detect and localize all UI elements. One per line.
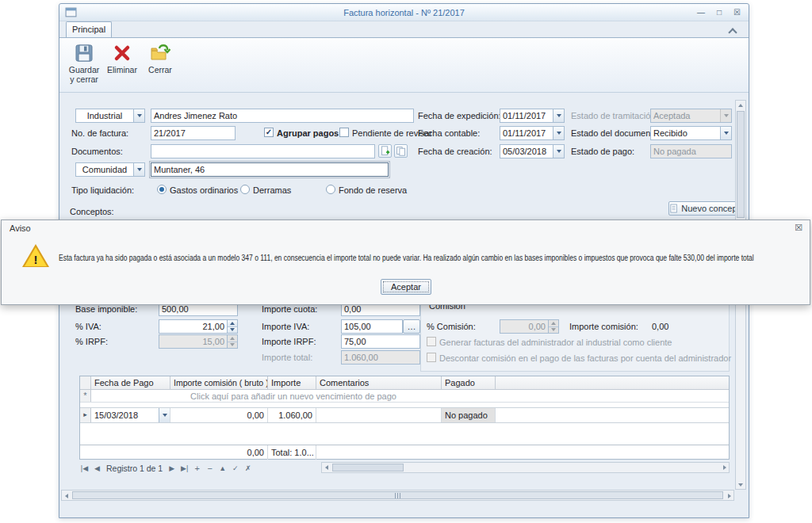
nav-last-button[interactable]: ▶| <box>179 463 190 474</box>
nav-append-button[interactable]: + <box>192 463 202 474</box>
irpf-pct-spin-buttons <box>227 335 237 348</box>
column-header-importe[interactable]: Importe <box>268 376 316 390</box>
dialog-title: Aviso <box>10 223 31 233</box>
window-title: Factura horizontal - Nº 21/2017 <box>59 8 749 17</box>
column-header-importe-comision[interactable]: Importe comisión ( bruto ) <box>170 376 268 390</box>
total-amount-label: Importe total: <box>262 353 312 362</box>
tab-principal[interactable]: Principal <box>66 21 112 37</box>
entity-type-dropdown-button[interactable] <box>133 109 144 122</box>
radio-fondo-reserva[interactable] <box>326 185 335 194</box>
grid-scroll-left-button[interactable] <box>322 463 331 472</box>
new-row-indicator: * <box>80 390 91 402</box>
collapse-ribbon-button[interactable] <box>726 25 739 36</box>
grid-scroll-right-button[interactable] <box>719 463 729 472</box>
column-header-fecha-de-pago[interactable]: Fecha de Pago <box>91 376 170 390</box>
issue-date-field[interactable]: 01/11/2017 <box>500 109 565 123</box>
discount-commission-label: Descontar comisión en el pago de las fac… <box>439 353 731 363</box>
delete-button[interactable]: Eliminar <box>104 41 140 90</box>
scroll-left-button[interactable] <box>62 491 71 501</box>
iva-pct-spin-buttons[interactable] <box>227 320 237 333</box>
grid-data-row[interactable]: ▸ 15/03/2018 0,00 1.060,00 No pagado <box>80 407 729 423</box>
iva-amount-field[interactable]: 105,00 <box>341 319 403 334</box>
save-and-close-label: Guardar y cerrar <box>66 65 102 84</box>
grid-horizontal-scrollbar[interactable] <box>321 462 730 473</box>
discount-commission-checkbox <box>427 353 436 362</box>
nav-first-button[interactable]: |◀ <box>79 463 90 474</box>
column-header-comentarios[interactable]: Comentarios <box>316 376 442 390</box>
dialog-close-icon[interactable]: ☒ <box>795 223 802 233</box>
group-payments-checkbox[interactable]: ✓ <box>264 128 274 137</box>
community-type-combo[interactable]: Comunidad <box>75 162 145 177</box>
base-amount-label: Base imponible: <box>75 304 137 314</box>
creation-date-field[interactable]: 05/03/2018 <box>500 144 565 158</box>
scroll-right-button[interactable] <box>724 491 733 501</box>
nav-edit-button[interactable]: ▲ <box>217 463 228 474</box>
close-invoice-button[interactable]: Cerrar <box>142 41 178 90</box>
attach-document-button[interactable] <box>378 144 392 158</box>
column-header-pagado[interactable]: Pagado <box>442 376 496 390</box>
settlement-type-label: Tipo liquidación: <box>71 185 134 195</box>
nav-commit-button[interactable]: ✓ <box>230 463 240 474</box>
scroll-up-button[interactable] <box>736 101 745 110</box>
entity-type-combo[interactable]: Industrial <box>75 109 145 123</box>
nav-delete-button[interactable]: − <box>205 463 215 474</box>
iva-pct-spinner[interactable]: 21,00 <box>159 319 238 334</box>
grid-footer: 0,00 Total: 1.0... <box>80 445 729 459</box>
group-payments-label[interactable]: Agrupar pagos <box>277 128 339 138</box>
pending-review-checkbox[interactable] <box>339 128 349 137</box>
radio-derramas[interactable] <box>240 185 250 194</box>
cell-importe[interactable]: 1.060,00 <box>268 408 316 422</box>
new-concept-icon <box>670 204 678 213</box>
radio-gastos-ordinarios[interactable] <box>157 185 167 194</box>
documents-field[interactable] <box>151 144 375 158</box>
new-row-hint[interactable]: Click aquí para añadir un nuevo vencimie… <box>91 391 496 401</box>
grid-new-row[interactable]: * Click aquí para añadir un nuevo vencim… <box>80 390 729 403</box>
horizontal-scrollbar-thumb[interactable] <box>72 491 723 499</box>
copy-document-button[interactable] <box>394 144 408 158</box>
maximize-button[interactable]: □ <box>717 7 722 17</box>
cell-comentarios[interactable] <box>316 408 442 422</box>
radio-fondo-reserva-label[interactable]: Fondo de reserva <box>339 185 407 195</box>
scroll-down-button[interactable] <box>736 479 745 489</box>
cell-fecha-dropdown-button[interactable] <box>159 408 170 422</box>
cell-comision[interactable]: 0,00 <box>170 408 268 422</box>
cell-fecha[interactable]: 15/03/2018 <box>91 408 170 422</box>
commission-amount-value: 0,00 <box>652 322 668 331</box>
horizontal-scrollbar[interactable] <box>61 490 734 501</box>
nav-prev-button[interactable]: ◀ <box>92 463 102 474</box>
cell-pagado[interactable]: No pagado <box>442 408 496 422</box>
entity-name-field[interactable]: Andres Jimenez Rato <box>151 109 414 123</box>
concepts-label: Conceptos: <box>70 207 114 216</box>
commission-amount-label: Importe comisión: <box>569 322 638 331</box>
add-document-icon <box>380 146 390 156</box>
save-and-close-button[interactable]: Guardar y cerrar <box>66 41 102 90</box>
irpf-amount-field[interactable]: 75,00 <box>341 334 420 349</box>
nav-cancel-button[interactable]: ✗ <box>243 463 253 474</box>
grid-scrollbar-thumb[interactable] <box>332 464 404 471</box>
dialog-message: Esta factura ya ha sido pagada o está as… <box>59 254 754 262</box>
document-status-combo[interactable]: Recibido <box>650 126 732 140</box>
nav-next-button[interactable]: ▶ <box>167 463 177 474</box>
radio-derramas-label[interactable]: Derramas <box>253 185 291 195</box>
column-header-filler <box>496 376 729 390</box>
close-button[interactable]: ☒ <box>733 7 741 17</box>
radio-gastos-ordinarios-label[interactable]: Gastos ordinarios <box>170 185 238 195</box>
accounting-date-label: Fecha contable: <box>418 128 480 138</box>
vertical-scrollbar-thumb[interactable] <box>737 111 745 218</box>
document-status-dropdown-button[interactable] <box>720 127 731 139</box>
iva-ellipsis-button[interactable]: … <box>403 319 420 334</box>
minimize-button[interactable]: — <box>697 7 705 17</box>
window-controls: — □ ☒ <box>697 7 741 17</box>
accounting-date-dropdown-button[interactable] <box>553 127 564 139</box>
accounting-date-field[interactable]: 01/11/2017 <box>500 126 565 140</box>
creation-date-dropdown-button[interactable] <box>553 145 564 158</box>
payment-status-label: Estado de pago: <box>571 147 634 156</box>
community-type-dropdown-button[interactable] <box>133 163 144 176</box>
community-field[interactable]: Muntaner, 46 <box>151 162 389 177</box>
cuota-amount-label: Importe cuota: <box>262 304 317 314</box>
warning-icon: ! <box>22 244 49 267</box>
accept-button[interactable]: Aceptar <box>381 279 431 295</box>
invoice-number-field[interactable]: 21/2017 <box>151 126 236 140</box>
documents-label: Documentos: <box>71 147 123 156</box>
issue-date-dropdown-button[interactable] <box>553 109 564 122</box>
